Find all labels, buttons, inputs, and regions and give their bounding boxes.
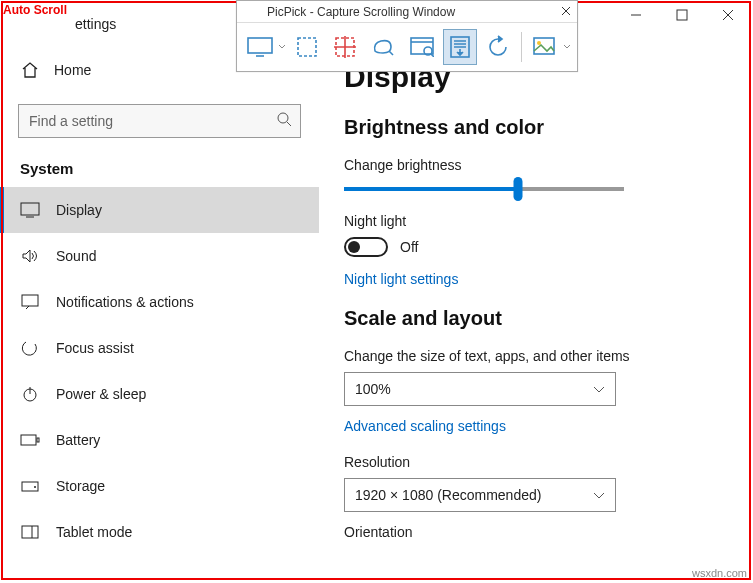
night-light-state: Off bbox=[400, 239, 418, 255]
capture-freehand-button[interactable] bbox=[366, 29, 400, 65]
chevron-down-icon bbox=[593, 487, 605, 503]
nav-label: Sound bbox=[56, 248, 96, 264]
picpick-toolbar bbox=[237, 23, 577, 71]
toolbar-separator bbox=[521, 32, 522, 62]
capture-scrolling-button[interactable] bbox=[443, 29, 477, 65]
night-light-settings-link[interactable]: Night light settings bbox=[344, 271, 721, 287]
capture-window-button[interactable] bbox=[405, 29, 439, 65]
close-button[interactable] bbox=[705, 0, 751, 30]
picpick-close-icon[interactable] bbox=[561, 5, 571, 19]
svg-rect-9 bbox=[677, 10, 687, 20]
scale-value: 100% bbox=[355, 381, 391, 397]
svg-rect-1 bbox=[21, 203, 39, 215]
brightness-label: Change brightness bbox=[344, 157, 721, 173]
nav-label: Power & sleep bbox=[56, 386, 146, 402]
notifications-icon bbox=[20, 294, 40, 310]
svg-point-7 bbox=[34, 486, 36, 488]
settings-window: ettings Home Find a setting System Displ… bbox=[0, 0, 751, 581]
svg-rect-13 bbox=[411, 38, 433, 54]
advanced-scaling-link[interactable]: Advanced scaling settings bbox=[344, 418, 721, 434]
battery-icon bbox=[20, 434, 40, 446]
resolution-select[interactable]: 1920 × 1080 (Recommended) bbox=[344, 478, 616, 512]
toggle-knob bbox=[348, 241, 360, 253]
capture-fixed-region-button[interactable] bbox=[328, 29, 362, 65]
svg-rect-8 bbox=[22, 526, 38, 538]
repeat-capture-button[interactable] bbox=[481, 29, 515, 65]
nav-label: Focus assist bbox=[56, 340, 134, 356]
sidebar-item-battery[interactable]: Battery bbox=[0, 417, 319, 463]
sound-icon bbox=[20, 248, 40, 264]
nav-label: Tablet mode bbox=[56, 524, 132, 540]
display-icon bbox=[20, 202, 40, 218]
chevron-down-icon[interactable] bbox=[563, 43, 571, 51]
scale-label: Change the size of text, apps, and other… bbox=[344, 348, 721, 364]
minimize-button[interactable] bbox=[613, 0, 659, 30]
svg-point-17 bbox=[537, 41, 541, 45]
nav-label: Notifications & actions bbox=[56, 294, 194, 310]
svg-rect-10 bbox=[248, 38, 272, 53]
auto-scroll-label: Auto Scroll bbox=[3, 3, 67, 17]
sidebar-item-notifications[interactable]: Notifications & actions bbox=[0, 279, 319, 325]
sidebar: ettings Home Find a setting System Displ… bbox=[0, 0, 320, 581]
search-input[interactable]: Find a setting bbox=[18, 104, 301, 138]
output-settings-button[interactable] bbox=[528, 29, 562, 65]
nav-label: Display bbox=[56, 202, 102, 218]
sidebar-item-display[interactable]: Display bbox=[0, 187, 319, 233]
slider-thumb[interactable] bbox=[513, 177, 522, 201]
nav-label: Battery bbox=[56, 432, 100, 448]
brightness-slider[interactable] bbox=[344, 187, 624, 191]
nav-label: Storage bbox=[56, 478, 105, 494]
picpick-window: PicPick - Capture Scrolling Window bbox=[236, 0, 578, 72]
storage-icon bbox=[20, 479, 40, 493]
capture-region-button[interactable] bbox=[290, 29, 324, 65]
power-icon bbox=[20, 385, 40, 403]
focus-assist-icon bbox=[20, 339, 40, 357]
sidebar-item-sound[interactable]: Sound bbox=[0, 233, 319, 279]
search-placeholder: Find a setting bbox=[29, 113, 276, 129]
section-brightness-color: Brightness and color bbox=[344, 116, 721, 139]
night-light-toggle[interactable] bbox=[344, 237, 388, 257]
svg-rect-2 bbox=[22, 295, 38, 306]
sidebar-item-tablet-mode[interactable]: Tablet mode bbox=[0, 509, 319, 555]
sidebar-section: System bbox=[0, 160, 319, 187]
night-light-label: Night light bbox=[344, 213, 721, 229]
svg-rect-11 bbox=[298, 38, 316, 56]
home-icon bbox=[20, 61, 40, 79]
resolution-label: Resolution bbox=[344, 454, 721, 470]
picpick-title: PicPick - Capture Scrolling Window bbox=[267, 5, 455, 19]
slider-fill bbox=[344, 187, 518, 191]
chevron-down-icon bbox=[593, 381, 605, 397]
picpick-titlebar[interactable]: PicPick - Capture Scrolling Window bbox=[237, 1, 577, 23]
section-scale-layout: Scale and layout bbox=[344, 307, 721, 330]
home-label: Home bbox=[54, 62, 91, 78]
orientation-label: Orientation bbox=[344, 524, 721, 540]
capture-fullscreen-button[interactable] bbox=[243, 29, 277, 65]
svg-point-0 bbox=[278, 113, 288, 123]
sidebar-item-power-sleep[interactable]: Power & sleep bbox=[0, 371, 319, 417]
svg-rect-5 bbox=[37, 438, 39, 442]
watermark: wsxdn.com bbox=[692, 567, 747, 579]
svg-rect-4 bbox=[21, 435, 36, 445]
scale-select[interactable]: 100% bbox=[344, 372, 616, 406]
content-pane: Display Brightness and color Change brig… bbox=[320, 0, 751, 581]
tablet-icon bbox=[20, 525, 40, 539]
search-icon bbox=[276, 111, 292, 131]
chevron-down-icon[interactable] bbox=[278, 43, 286, 51]
resolution-value: 1920 × 1080 (Recommended) bbox=[355, 487, 541, 503]
sidebar-item-focus-assist[interactable]: Focus assist bbox=[0, 325, 319, 371]
maximize-button[interactable] bbox=[659, 0, 705, 30]
sidebar-item-storage[interactable]: Storage bbox=[0, 463, 319, 509]
